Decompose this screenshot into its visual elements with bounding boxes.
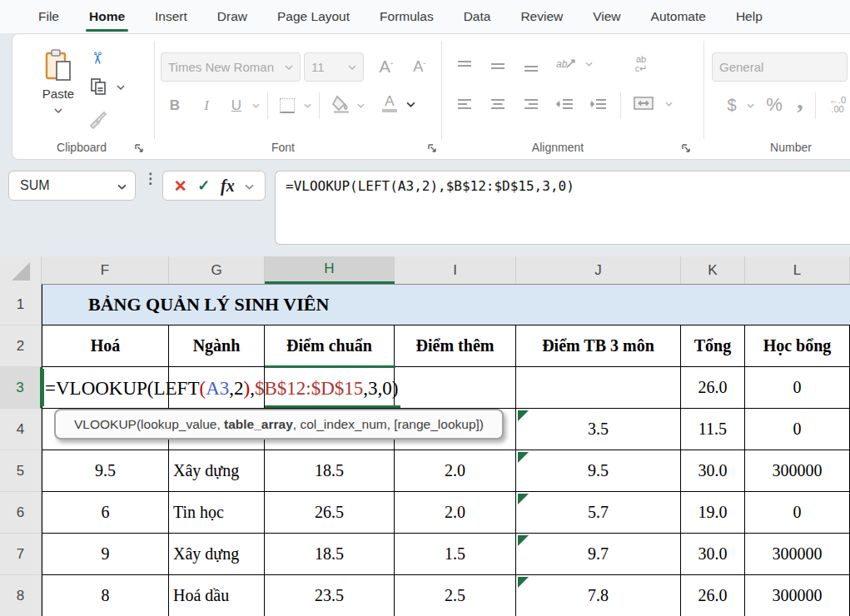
orientation-button[interactable]: ab — [552, 51, 580, 77]
column-header-I[interactable]: I — [395, 256, 516, 284]
currency-dropdown-button[interactable] — [743, 99, 757, 112]
merge-center-button[interactable] — [630, 92, 657, 117]
cell-L4[interactable]: 0 — [745, 409, 850, 450]
tab-draw[interactable]: Draw — [202, 1, 262, 32]
tab-home[interactable]: Home — [74, 1, 140, 32]
cell-J8[interactable]: 7.8 — [516, 575, 681, 616]
tab-view[interactable]: View — [578, 1, 635, 32]
font-name-select[interactable]: Times New Roman — [161, 52, 301, 82]
font-size-select[interactable]: 11 — [304, 52, 364, 82]
cell-G8[interactable]: Hoá dầu — [169, 575, 265, 616]
copy-button[interactable] — [87, 77, 109, 99]
column-header-H[interactable]: H — [265, 256, 395, 284]
formula-bar-text[interactable]: =VLOOKUP(LEFT(A3,2),$B$12:$D$15,3,0) — [286, 178, 574, 194]
comma-format-button[interactable]: , — [792, 86, 808, 114]
row-header-5[interactable]: 5 — [0, 450, 42, 492]
cell-edit-formula[interactable]: =VLOOKUP(LEFT(A3,2),$B$12:$D$15,3,0) — [45, 370, 398, 407]
cell-K8[interactable]: 26.0 — [681, 575, 745, 616]
percent-format-button[interactable]: % — [762, 92, 787, 117]
cell-F8[interactable]: 8 — [42, 575, 169, 616]
paste-button[interactable]: Paste — [34, 44, 82, 121]
row-header-1[interactable]: 1 — [0, 284, 42, 325]
fill-color-dropdown-button[interactable] — [354, 99, 367, 112]
cell-H8[interactable]: 23.5 — [265, 575, 395, 616]
header-cell-G2[interactable]: Ngành — [169, 325, 265, 367]
align-middle-button[interactable] — [485, 54, 510, 77]
align-center-button[interactable] — [485, 92, 510, 116]
underline-dropdown-button[interactable] — [249, 99, 262, 112]
underline-button[interactable]: U — [224, 92, 249, 119]
cell-J3[interactable] — [516, 367, 681, 409]
header-cell-L2[interactable]: Học bổng — [745, 325, 850, 367]
column-header-J[interactable]: J — [516, 256, 681, 284]
header-cell-J2[interactable]: Điểm TB 3 môn — [516, 325, 681, 367]
column-header-K[interactable]: K — [681, 256, 745, 284]
decrease-font-size-button[interactable]: Aˇ — [405, 52, 434, 81]
row-header-8[interactable]: 8 — [0, 575, 42, 616]
copy-dropdown-button[interactable] — [114, 81, 127, 94]
decrease-decimal-button[interactable]: ←.0 .00 — [823, 92, 850, 117]
formula-bar[interactable]: =VLOOKUP(LEFT(A3,2),$B$12:$D$15,3,0) — [275, 171, 850, 245]
merge-center-dropdown-button[interactable] — [662, 97, 675, 111]
italic-button[interactable]: I — [194, 92, 219, 119]
align-right-button[interactable] — [519, 92, 544, 116]
currency-format-button[interactable]: $ — [722, 92, 742, 117]
column-header-L[interactable]: L — [745, 256, 850, 284]
tab-review[interactable]: Review — [505, 1, 578, 32]
cell-K5[interactable]: 30.0 — [681, 450, 745, 492]
row-header-3[interactable]: 3 — [0, 367, 42, 409]
cancel-button[interactable]: ✕ — [174, 176, 187, 196]
tab-help[interactable]: Help — [721, 1, 778, 32]
tab-automate[interactable]: Automate — [636, 1, 721, 32]
decrease-indent-button[interactable] — [552, 92, 579, 116]
cell-G7[interactable]: Xây dựng — [169, 534, 265, 575]
cell-H5[interactable]: 18.5 — [265, 450, 395, 492]
header-cell-F2[interactable]: Hoá — [42, 325, 169, 367]
row-header-4[interactable]: 4 — [0, 409, 42, 450]
tab-data[interactable]: Data — [449, 1, 506, 32]
header-cell-K2[interactable]: Tổng — [681, 325, 745, 367]
cell-J6[interactable]: 5.7 — [516, 492, 681, 534]
cell-I8[interactable]: 2.5 — [395, 575, 516, 616]
cell-L6[interactable]: 0 — [745, 492, 850, 534]
alignment-dialog-launcher[interactable] — [681, 142, 692, 152]
cell-K7[interactable]: 30.0 — [681, 534, 745, 575]
increase-indent-button[interactable] — [585, 92, 612, 116]
font-color-dropdown-button[interactable] — [404, 97, 417, 111]
cell-G5[interactable]: Xây dựng — [169, 450, 265, 492]
bold-button[interactable]: B — [162, 92, 187, 119]
row-header-6[interactable]: 6 — [0, 492, 42, 534]
row-header-7[interactable]: 7 — [0, 534, 42, 575]
name-box-dropdown-icon[interactable] — [117, 178, 127, 193]
cell-L3[interactable]: 0 — [745, 367, 850, 409]
increase-font-size-button[interactable]: Aˆ — [372, 52, 400, 81]
wrap-text-button[interactable]: ab c↵ — [627, 49, 655, 79]
cell-J5[interactable]: 9.5 — [516, 450, 681, 492]
cell-F6[interactable]: 6 — [42, 492, 169, 534]
borders-button[interactable] — [276, 94, 299, 117]
format-painter-button[interactable] — [86, 109, 109, 132]
cell-I3[interactable] — [395, 367, 516, 409]
sheet-title-cell[interactable]: BẢNG QUẢN LÝ SINH VIÊN — [42, 284, 850, 325]
cell-F7[interactable]: 9 — [42, 534, 169, 575]
cell-H7[interactable]: 18.5 — [265, 534, 395, 575]
align-top-button[interactable] — [452, 54, 477, 77]
tab-insert[interactable]: Insert — [140, 1, 202, 32]
align-bottom-button[interactable] — [519, 54, 544, 77]
header-cell-I2[interactable]: Điểm thêm — [395, 325, 516, 367]
formula-bar-resize-handle[interactable]: ⋮ — [143, 175, 150, 182]
tab-page-layout[interactable]: Page Layout — [262, 1, 365, 32]
orientation-dropdown-button[interactable] — [582, 57, 595, 71]
borders-dropdown-button[interactable] — [301, 99, 314, 112]
insert-function-button[interactable]: fx — [221, 176, 235, 196]
cell-K4[interactable]: 11.5 — [681, 409, 745, 450]
cell-I6[interactable]: 2.0 — [395, 492, 516, 534]
name-box[interactable]: SUM — [8, 171, 136, 201]
clipboard-dialog-launcher[interactable] — [134, 142, 145, 152]
cell-I5[interactable]: 2.0 — [395, 450, 516, 492]
font-color-button[interactable]: A — [377, 91, 402, 116]
cell-F5[interactable]: 9.5 — [42, 450, 169, 492]
column-header-F[interactable]: F — [42, 256, 169, 284]
number-format-select[interactable]: General — [712, 52, 848, 82]
enter-button[interactable]: ✓ — [197, 176, 210, 195]
